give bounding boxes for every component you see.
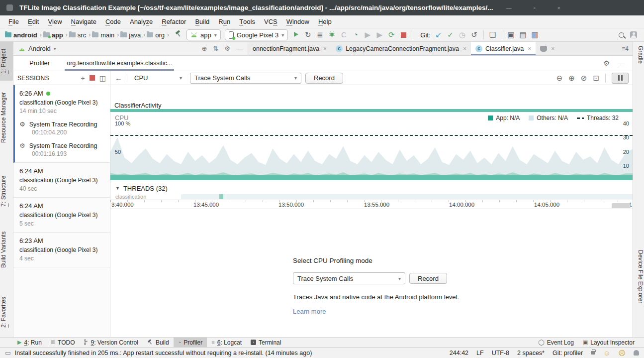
menu-vcs[interactable]: VCS [260, 15, 282, 28]
git-update-icon[interactable]: ↙ [433, 28, 445, 41]
reset-zoom-icon[interactable]: ⊘ [581, 74, 587, 83]
breadcrumb-java[interactable]: java [120, 31, 141, 39]
stripe-gradle[interactable]: Gradle [633, 46, 644, 64]
menu-view[interactable]: View [43, 15, 66, 28]
device-manager-icon[interactable]: ▤ [517, 28, 529, 41]
menu-edit[interactable]: Edit [23, 15, 43, 28]
gear-icon[interactable]: ⚙ [224, 45, 230, 52]
toolwindow-build[interactable]: Build [143, 338, 174, 347]
build-hammer-icon[interactable] [173, 28, 184, 41]
horizontal-scrollbar[interactable] [612, 203, 631, 208]
pause-live-button[interactable] [612, 73, 629, 84]
time-axis[interactable]: 3:40.000 13:45.000 13:50.000 13:55.000 1… [110, 200, 633, 209]
event-log-button[interactable]: ◯Event Log [534, 339, 578, 346]
stage-select[interactable]: CPU ▾ [127, 74, 187, 82]
breadcrumb-android[interactable]: android [5, 31, 37, 39]
menu-refactor[interactable]: Refactor [157, 15, 190, 28]
menu-navigate[interactable]: Navigate [67, 15, 101, 28]
feedback-happy-icon[interactable]: ☺ [603, 349, 610, 357]
run-config-select[interactable]: app ▾ [186, 29, 221, 40]
session-recording[interactable]: ⚙ System Trace Recording [19, 120, 106, 128]
git-branch[interactable]: Git: profiler [552, 350, 583, 357]
session-item[interactable]: 6:26 AM classification (Google Pixel 3) … [13, 85, 110, 163]
zoom-in-icon[interactable]: ⊕ [568, 74, 575, 83]
sdk-manager-icon[interactable]: ▥ [529, 28, 541, 41]
status-message[interactable]: Install successfully finished in 205 ms.… [15, 350, 312, 357]
session-item[interactable]: 6:24 AM classification (Google Pixel 3) … [13, 198, 110, 233]
tab-preview[interactable]: × [536, 42, 559, 55]
session-item[interactable]: 6:23 AM classification (Google Pixel 3) … [13, 233, 110, 267]
back-button[interactable]: ← [110, 74, 127, 82]
caret-position[interactable]: 244:42 [450, 350, 468, 357]
hector-icon[interactable] [634, 350, 639, 356]
close-icon[interactable]: × [528, 45, 531, 52]
menu-tools[interactable]: Tools [235, 15, 260, 28]
zoom-out-icon[interactable]: ⊖ [556, 74, 563, 83]
feedback-sad-icon[interactable]: ☹ [618, 349, 626, 357]
indent-setting[interactable]: 2 spaces* [517, 350, 545, 357]
toolwindow-version-control[interactable]: 9: Version Control [80, 338, 143, 347]
collapse-all-icon[interactable]: ⇅ [213, 45, 218, 52]
thread-row[interactable]: classification [110, 194, 633, 200]
stripe-project[interactable]: 1: Project [0, 42, 13, 81]
git-commit-icon[interactable]: ✓ [445, 28, 457, 41]
menu-code[interactable]: Code [101, 15, 125, 28]
threads-section-header[interactable]: ▼ THREADS (32) [110, 183, 633, 194]
search-everywhere-icon[interactable] [619, 32, 624, 38]
locate-file-icon[interactable]: ⊕ [202, 45, 207, 52]
menu-run[interactable]: Run [214, 15, 235, 28]
menu-build[interactable]: Build [190, 15, 214, 28]
add-session-icon[interactable]: + [81, 74, 85, 82]
breadcrumb-main[interactable]: main [92, 31, 114, 39]
run-button[interactable] [290, 28, 302, 41]
collapse-triangle-icon[interactable]: ▼ [115, 186, 120, 191]
breadcrumb-org[interactable]: org [147, 31, 165, 39]
line-ending[interactable]: LF [476, 350, 484, 357]
profile-app-button[interactable]: ◔ [350, 28, 362, 41]
hidden-tabs-dropdown[interactable]: ≡4 [622, 45, 629, 52]
maximize-window-icon[interactable]: ▫ [534, 5, 536, 11]
chevron-down-icon[interactable]: ▾ [54, 46, 56, 51]
layout-inspector-button[interactable]: ▣Layout Inspector [578, 339, 639, 346]
close-icon[interactable]: × [463, 45, 466, 52]
profiling-mode-select[interactable]: Trace System Calls ▾ [190, 73, 301, 84]
file-encoding[interactable]: UTF-8 [492, 350, 509, 357]
learn-more-link[interactable]: Learn more [293, 308, 623, 315]
git-rollback-icon[interactable]: ↺ [468, 28, 480, 41]
stripe-structure[interactable]: 7: Structure [0, 167, 13, 215]
close-window-icon[interactable]: × [557, 5, 560, 11]
profiler-session-tab[interactable]: org.tensorflow.lite.examples.classific..… [65, 60, 174, 71]
menu-analyze[interactable]: Analyze [125, 15, 157, 28]
menu-help[interactable]: Help [314, 15, 336, 28]
project-structure-icon[interactable]: ❏ [487, 28, 499, 41]
cpu-mode-select[interactable]: Trace System Calls ▾ [293, 272, 405, 284]
session-recording[interactable]: ⚙ System Trace Recording [19, 142, 106, 149]
breadcrumb-app[interactable]: app [43, 31, 63, 39]
toolwindow-logcat[interactable]: ≡6: Logcat [207, 338, 246, 347]
cpu-usage-chart[interactable]: CPU 100 % 50 40 30 20 10 App: N/A Others… [110, 112, 633, 183]
device-select[interactable]: Google Pixel 3 ▾ [225, 29, 288, 40]
avd-manager-icon[interactable]: ▣ [505, 28, 517, 41]
minimize-window-icon[interactable]: — [506, 5, 512, 11]
end-session-icon[interactable] [90, 75, 95, 81]
toolwindow-terminal[interactable]: ›Terminal [246, 338, 285, 347]
tab-connection-fragment[interactable]: onnectionFragment.java× [248, 42, 331, 55]
toolwindow-run[interactable]: ▶4: Run [13, 338, 46, 347]
lock-icon[interactable] [591, 351, 595, 355]
step-over-icon[interactable]: ▶ [373, 28, 385, 41]
menu-file[interactable]: File [4, 15, 23, 28]
record-button-center[interactable]: Record [409, 273, 447, 284]
hide-panel-icon[interactable]: — [618, 59, 625, 67]
stripe-device-file-explorer[interactable]: Device File Explorer [633, 250, 644, 303]
stripe-resource-manager[interactable]: Resource Manager [0, 86, 13, 149]
close-icon[interactable]: × [323, 45, 327, 52]
stripe-build-variants[interactable]: Build Variants [0, 224, 13, 275]
menu-window[interactable]: Window [282, 15, 314, 28]
breadcrumb-src[interactable]: src [69, 31, 86, 39]
record-button[interactable]: Record [305, 73, 343, 84]
zoom-to-selection-icon[interactable]: ⊡ [593, 74, 599, 83]
gear-icon[interactable]: ⚙ [603, 59, 610, 67]
debug-button[interactable] [326, 28, 338, 41]
apply-changes-button[interactable]: ↻ [302, 28, 314, 41]
sync-gradle-icon[interactable]: ⟳ [385, 28, 397, 41]
